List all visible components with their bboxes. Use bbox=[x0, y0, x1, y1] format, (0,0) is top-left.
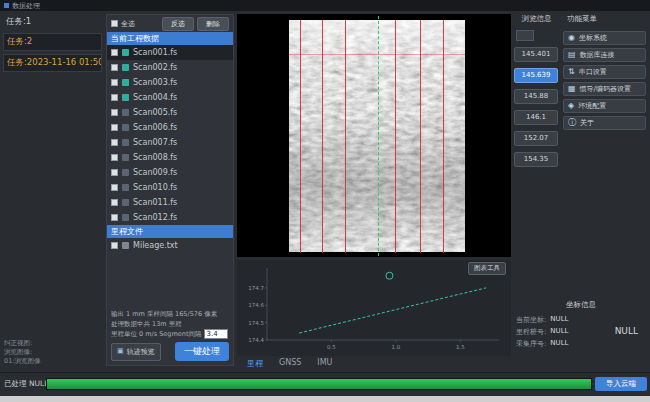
select-all-checkbox[interactable] bbox=[111, 20, 118, 27]
viewer-tab[interactable]: GNSS bbox=[279, 358, 301, 369]
coordinate-panel-header: 坐标信息 bbox=[514, 300, 648, 310]
coordinate-big-value: NULL bbox=[615, 326, 638, 336]
mileage-value-button[interactable]: 145.401 bbox=[514, 47, 558, 62]
coord-row: 当前坐标:NULL bbox=[514, 314, 648, 326]
scan-file-icon bbox=[122, 139, 129, 146]
scan-file-row[interactable]: Scan006.fs bbox=[107, 120, 233, 135]
scan-file-row[interactable]: Scan009.fs bbox=[107, 165, 233, 180]
about-icon: ⓘ bbox=[568, 119, 576, 127]
tool-button-label: 坐标系统 bbox=[579, 33, 607, 43]
scan-file-icon bbox=[122, 124, 129, 131]
tools-list: ◉坐标系统▤数据库连接⇅串口设置▦惯导/编码器设置◈环境配置ⓘ关于 bbox=[561, 31, 648, 130]
scan-file-checkbox[interactable] bbox=[111, 199, 118, 206]
file-panel: 全选 反选 删除 当前工程数据 Scan001.fsScan002.fsScan… bbox=[106, 14, 234, 366]
scan-file-checkbox[interactable] bbox=[111, 124, 118, 131]
svg-text:1.0: 1.0 bbox=[392, 344, 401, 350]
invert-selection-button[interactable]: 反选 bbox=[162, 17, 194, 31]
mileage-value-button[interactable]: 145.639 bbox=[514, 68, 558, 83]
segment-interval-input[interactable] bbox=[204, 329, 228, 339]
mileage-value-button[interactable]: 154.35 bbox=[514, 152, 558, 167]
current-data-header: 当前工程数据 bbox=[107, 32, 233, 45]
viewer-tab[interactable]: 里程 bbox=[247, 358, 263, 369]
progress-fill bbox=[47, 379, 591, 389]
scan-file-name: Scan012.fs bbox=[133, 213, 177, 222]
scan-file-checkbox[interactable] bbox=[111, 169, 118, 176]
segment-label: 里程单位 0 m/s Segment间隔 bbox=[111, 330, 202, 338]
globe-icon: ◉ bbox=[568, 34, 575, 42]
file-panel-actions: ▣ 轨迹预览 一键处理 bbox=[111, 342, 229, 361]
scan-file-name: Scan004.fs bbox=[133, 93, 177, 102]
tool-button[interactable]: ◈环境配置 bbox=[563, 99, 646, 113]
tool-button[interactable]: ⇅串口设置 bbox=[563, 65, 646, 79]
segment-setting: 里程单位 0 m/s Segment间隔 m bbox=[111, 329, 229, 339]
scan-file-row[interactable]: Scan012.fs bbox=[107, 210, 233, 225]
tool-button[interactable]: ▤数据库连接 bbox=[563, 48, 646, 62]
scan-file-row[interactable]: Scan003.fs bbox=[107, 75, 233, 90]
scan-file-row[interactable]: Scan010.fs bbox=[107, 180, 233, 195]
svg-text:174.7: 174.7 bbox=[248, 285, 264, 291]
coord-value: NULL bbox=[550, 339, 568, 349]
mileage-files-header: 里程文件 bbox=[107, 225, 233, 238]
processing-settings: 输出 1 mm 采样间隔 165/576 像素 处理数据中共 13m 里程 里程… bbox=[111, 309, 229, 339]
tool-button[interactable]: ⓘ关于 bbox=[563, 116, 646, 130]
scan-file-row[interactable]: Scan007.fs bbox=[107, 135, 233, 150]
task-footer-line: 01:浏览图像 bbox=[4, 357, 40, 366]
encoder-icon: ▦ bbox=[568, 85, 576, 93]
chart-tools-button[interactable]: 图表工具 bbox=[468, 262, 506, 275]
scan-file-checkbox[interactable] bbox=[111, 154, 118, 161]
tool-button-label: 惯导/编码器设置 bbox=[580, 84, 631, 94]
scan-file-checkbox[interactable] bbox=[111, 94, 118, 101]
elevation-chart-area: 174.4174.5174.6174.70.51.01.5 图表工具 bbox=[237, 260, 511, 356]
mileage-value-button[interactable]: 146.1 bbox=[514, 110, 558, 125]
upload-button[interactable]: 导入云端 bbox=[595, 377, 647, 391]
coord-label: 里程桩号: bbox=[516, 327, 546, 337]
mileage-file-row[interactable]: Mileage.txt bbox=[107, 238, 233, 253]
mileage-value-button[interactable]: 152.07 bbox=[514, 131, 558, 146]
mileage-panel: 浏览信息 145.401145.639145.88146.1152.07154.… bbox=[514, 14, 559, 173]
scan-file-icon bbox=[122, 199, 129, 206]
scan-file-row[interactable]: Scan004.fs bbox=[107, 90, 233, 105]
task-item[interactable]: 任务:1 bbox=[3, 14, 102, 30]
red-horizontal-marker-line bbox=[289, 54, 465, 55]
scan-file-row[interactable]: Scan008.fs bbox=[107, 150, 233, 165]
scan-file-icon bbox=[122, 49, 129, 56]
scan-file-checkbox[interactable] bbox=[111, 139, 118, 146]
tools-panel-header: 功能菜单 bbox=[561, 14, 648, 28]
scan-file-checkbox[interactable] bbox=[111, 214, 118, 221]
tool-button-label: 环境配置 bbox=[578, 101, 606, 111]
radar-image-area[interactable] bbox=[237, 14, 511, 257]
scan-file-row[interactable]: Scan005.fs bbox=[107, 105, 233, 120]
scan-file-icon bbox=[122, 79, 129, 86]
coordinate-panel: 坐标信息 当前坐标:NULL里程桩号:NULL采集序号:NULL NULL bbox=[514, 300, 648, 362]
select-all-label: 全选 bbox=[121, 19, 135, 29]
coord-value: NULL bbox=[550, 327, 568, 337]
viewer-tab[interactable]: IMU bbox=[317, 358, 332, 369]
scan-file-checkbox[interactable] bbox=[111, 79, 118, 86]
mileage-file-checkbox[interactable] bbox=[111, 242, 118, 249]
scan-file-checkbox[interactable] bbox=[111, 184, 118, 191]
mileage-list: 145.401145.639145.88146.1152.07154.35 bbox=[514, 47, 559, 167]
task-footer-line: 浏览图像: bbox=[4, 348, 40, 357]
scan-file-icon bbox=[122, 154, 129, 161]
progress-bar bbox=[46, 378, 592, 390]
scan-file-checkbox[interactable] bbox=[111, 109, 118, 116]
scan-file-checkbox[interactable] bbox=[111, 64, 118, 71]
tool-button[interactable]: ◉坐标系统 bbox=[563, 31, 646, 45]
scan-file-row[interactable]: Scan011.fs bbox=[107, 195, 233, 210]
svg-text:1.5: 1.5 bbox=[456, 344, 465, 350]
task-item[interactable]: 任务:2 bbox=[3, 33, 102, 51]
scan-file-name: Scan007.fs bbox=[133, 138, 177, 147]
task-item[interactable]: 任务:2023-11-16 01:50 bbox=[3, 54, 102, 72]
preview-toggle-button[interactable]: ▣ 轨迹预览 bbox=[111, 343, 161, 361]
scan-file-row[interactable]: Scan002.fs bbox=[107, 60, 233, 75]
scan-file-row[interactable]: Scan001.fs bbox=[107, 45, 233, 60]
red-marker-line bbox=[420, 20, 421, 253]
scan-file-icon bbox=[122, 214, 129, 221]
scan-file-checkbox[interactable] bbox=[111, 49, 118, 56]
file-toolbar: 全选 反选 删除 bbox=[107, 15, 233, 32]
mileage-blank-button[interactable] bbox=[516, 30, 534, 41]
process-button[interactable]: 一键处理 bbox=[175, 342, 229, 361]
delete-button[interactable]: 删除 bbox=[197, 17, 229, 31]
mileage-value-button[interactable]: 145.88 bbox=[514, 89, 558, 104]
tool-button[interactable]: ▦惯导/编码器设置 bbox=[563, 82, 646, 96]
